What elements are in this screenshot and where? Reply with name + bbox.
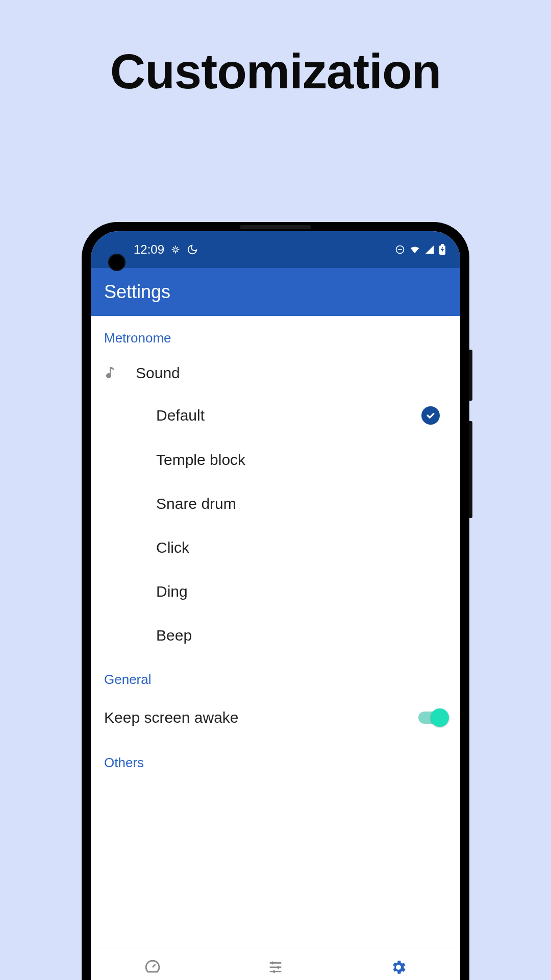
app-bar: Settings	[91, 268, 460, 316]
option-label: Click	[156, 539, 189, 556]
bottom-nav	[91, 947, 460, 980]
app-bar-title: Settings	[104, 281, 170, 303]
nav-settings[interactable]	[390, 959, 407, 978]
status-left: 12:09	[134, 242, 198, 257]
sound-option-snare-drum[interactable]: Snare drum	[91, 482, 460, 526]
sound-option-default[interactable]: Default	[91, 393, 460, 438]
wifi-icon	[409, 244, 420, 255]
svg-rect-4	[441, 244, 444, 246]
sound-option-beep[interactable]: Beep	[91, 614, 460, 657]
sync-icon	[170, 244, 181, 255]
phone-frame: 12:09	[82, 222, 469, 980]
keep-screen-awake-row[interactable]: Keep screen awake	[91, 695, 460, 741]
sliders-icon	[267, 959, 284, 978]
gear-icon	[390, 959, 407, 978]
keep-screen-awake-label: Keep screen awake	[104, 709, 239, 726]
switch-thumb	[431, 708, 449, 727]
settings-content[interactable]: Metronome Sound Default Temple block Sna…	[91, 316, 460, 778]
phone-volume-button	[469, 421, 472, 518]
option-label: Temple block	[156, 451, 245, 469]
minus-circle-icon	[395, 244, 405, 255]
sound-option-temple-block[interactable]: Temple block	[91, 438, 460, 482]
keep-screen-awake-switch[interactable]	[418, 712, 447, 724]
svg-point-0	[174, 248, 178, 252]
check-icon	[421, 406, 440, 425]
promo-title: Customization	[0, 0, 551, 100]
nav-tuner[interactable]	[267, 959, 284, 978]
section-header-general: General	[91, 657, 460, 695]
option-label: Ding	[156, 583, 188, 600]
nav-metronome[interactable]	[144, 959, 161, 978]
status-right	[395, 244, 446, 255]
sound-option-click[interactable]: Click	[91, 526, 460, 570]
phone-speaker	[240, 225, 311, 229]
music-note-icon	[104, 366, 120, 380]
option-label: Beep	[156, 627, 192, 644]
battery-icon	[439, 244, 446, 255]
do-not-disturb-icon	[187, 244, 198, 255]
status-time: 12:09	[134, 242, 164, 257]
svg-line-5	[153, 964, 156, 967]
signal-icon	[424, 244, 435, 255]
phone-camera-cutout	[108, 254, 126, 271]
section-header-metronome: Metronome	[91, 316, 460, 353]
phone-side-button	[469, 350, 472, 401]
status-bar: 12:09	[91, 231, 460, 268]
sound-option-ding[interactable]: Ding	[91, 570, 460, 614]
option-label: Snare drum	[156, 495, 236, 512]
phone-screen: 12:09	[91, 231, 460, 980]
sound-row[interactable]: Sound	[91, 353, 460, 393]
sound-label: Sound	[136, 364, 180, 382]
section-header-others: Others	[91, 741, 460, 778]
speedometer-icon	[144, 959, 161, 978]
option-label: Default	[156, 407, 205, 424]
